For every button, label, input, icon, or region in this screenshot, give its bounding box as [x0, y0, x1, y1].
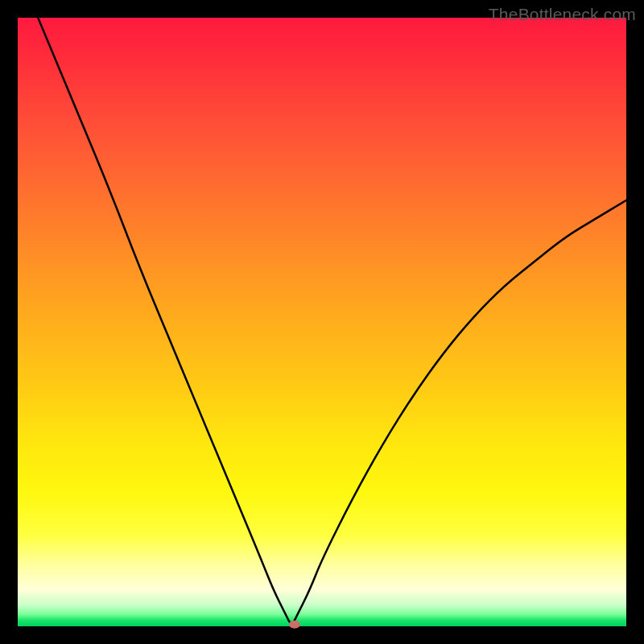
plot-area	[18, 18, 626, 626]
watermark-text: TheBottleneck.com	[489, 5, 636, 24]
bottleneck-curve	[18, 0, 626, 623]
chart-frame: TheBottleneck.com	[0, 0, 644, 644]
optimal-marker	[289, 621, 300, 629]
curve-svg	[18, 18, 626, 626]
